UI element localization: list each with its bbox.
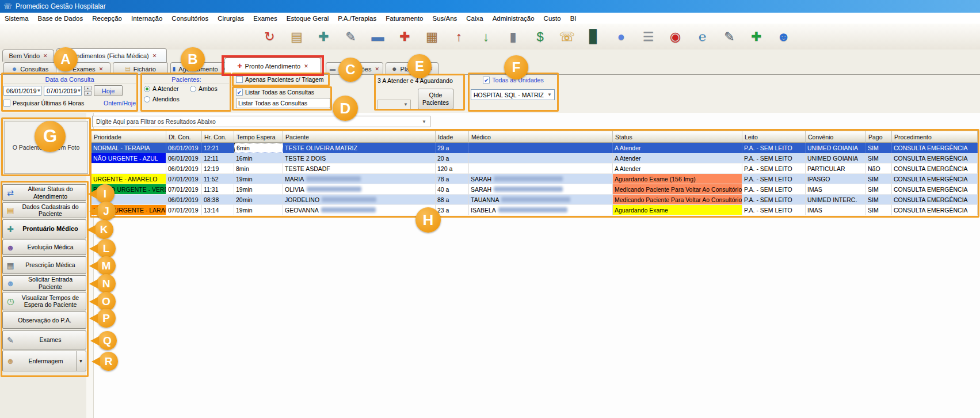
ambulance-icon[interactable]: ✚ (395, 29, 414, 44)
sidebar-button-dados-cadastrais-do-paciente[interactable]: ▤Dados Cadastrais do Paciente (2, 202, 86, 218)
sidebar-button-prontu-rio-m-dico[interactable]: ✚Prontuário Médico (2, 219, 86, 238)
sidebar-button-visualizar-tempos-de-espera-do-paciente[interactable]: ◷Visualizar Tempos de Espera do Paciente (2, 292, 86, 310)
revenue-up-icon[interactable]: ↑ (449, 29, 468, 44)
phone-book-icon[interactable]: ☏ (558, 29, 577, 44)
column-header-procedimento[interactable]: Procedimento (892, 131, 978, 143)
sidebar-button-prescri-o-m-dica[interactable]: ▦Prescrição Médica (2, 256, 86, 274)
menu-item-recep-o[interactable]: Recepção (87, 14, 127, 23)
grid-filter-combo[interactable]: Digite Aqui para Filtrar os Resultados A… (92, 116, 430, 127)
spinner-down-button[interactable]: ▼ (84, 91, 91, 96)
cell-medico: TAUANNA (469, 195, 613, 205)
spinner-up-button[interactable]: ▲ (84, 86, 91, 90)
patient-records-icon[interactable]: ▤ (287, 29, 306, 44)
radio-ambos[interactable] (190, 86, 196, 92)
column-header-status[interactable]: Status (613, 131, 742, 143)
invoice-icon[interactable]: ☰ (639, 29, 658, 44)
ontem-hoje-link[interactable]: Ontem/Hoje (104, 100, 136, 107)
refresh-attendance-icon[interactable]: ↻ (260, 29, 279, 44)
table-row[interactable]: NÃO URGENTE - AZUL06/01/201912:1116minTE… (91, 153, 978, 164)
exam-request-icon[interactable]: ✎ (720, 29, 739, 44)
listar-consultas-checkbox[interactable]: ✔ (236, 89, 243, 96)
menu-item-bi[interactable]: BI (566, 14, 581, 23)
menu-item-interna-o[interactable]: Internação (127, 14, 167, 23)
menu-item-sistema[interactable]: Sistema (0, 14, 33, 23)
radio-option-a-atender[interactable]: A Atender (144, 85, 190, 92)
ledger-icon[interactable]: ▊ (585, 29, 604, 44)
date-to-input[interactable]: 07/01/2019 ▼ (44, 86, 82, 96)
table-row[interactable]: MUITO URGENTE - LARANJA07/01/201913:1419… (91, 205, 978, 215)
close-icon[interactable]: ✕ (152, 53, 157, 59)
triagem-checkbox[interactable] (236, 76, 243, 83)
power-icon[interactable]: ◉ (666, 29, 685, 44)
health-record-icon[interactable]: ✚ (747, 29, 766, 44)
subtab-consultas[interactable]: ☻Consultas (3, 62, 56, 75)
cell-text: SIM (868, 196, 879, 203)
sidebar-button-alterar-status-do-atendimento[interactable]: ⇄Alterar Status do Atendimento (2, 184, 86, 201)
menu-item-cirurgias[interactable]: Cirurgias (213, 14, 249, 23)
sidebar-button-enfermagem[interactable]: ☻Enfermagem▼ (2, 351, 86, 371)
pesquisar-ultimas-checkbox[interactable] (3, 100, 10, 107)
menu-item-sus-ans[interactable]: Sus/Ans (428, 14, 462, 23)
close-icon[interactable]: ✕ (375, 66, 379, 72)
table-row[interactable]: URGENTE - AMARELO07/01/201911:5219minMAR… (91, 174, 978, 184)
sidebar-button-observa-o-do-p-a[interactable]: Observação do P.A. (2, 311, 86, 329)
menu-item-administra-o[interactable]: Administração (488, 14, 539, 23)
dropdown-arrow-icon[interactable]: ▼ (77, 351, 85, 371)
safe-icon[interactable]: ▮ (504, 29, 523, 44)
stock-boxes-icon[interactable]: ▦ (422, 29, 441, 44)
table-row[interactable]: 06/01/201912:198minTESTE ASDADF120 aA At… (91, 164, 978, 174)
column-header-m-dico[interactable]: Médico (469, 131, 613, 143)
qtde-combo[interactable]: ▼ (377, 100, 411, 109)
menu-item-faturamento[interactable]: Faturamento (381, 14, 428, 23)
column-header-dt-con[interactable]: Dt. Con. (166, 131, 202, 143)
radio-a-atender[interactable] (144, 86, 150, 92)
billing-calculator-icon[interactable]: $ (531, 29, 550, 44)
menu-item-estoque-geral[interactable]: Estoque Geral (282, 14, 334, 23)
column-header-tempo-espera[interactable]: Tempo Espera (234, 131, 283, 143)
listar-consultas-button[interactable]: Listar Todas as Consultas (236, 98, 330, 108)
doctor-icon[interactable]: ✚ (314, 29, 333, 44)
menu-item-p-a-terapias[interactable]: P.A./Terapias (333, 14, 381, 23)
unidade-select[interactable]: HOSPITAL SQL - MATRIZ ▼ (471, 89, 555, 100)
medical-form-icon[interactable]: ✎ (341, 29, 360, 44)
hospital-bed-icon[interactable]: ▬ (368, 29, 387, 44)
cell-pago: NãO (866, 164, 892, 174)
menu-item-exames[interactable]: Exames (249, 14, 282, 23)
close-icon[interactable]: ✕ (99, 66, 104, 72)
qtde-pacientes-button[interactable]: Qtde Pacientes (418, 89, 453, 109)
todas-unidades-checkbox[interactable]: ✔ (483, 77, 490, 83)
hoje-button[interactable]: Hoje (94, 85, 123, 96)
column-header-idade[interactable]: Idade (436, 131, 469, 143)
subtab-pronto-atendimento[interactable]: ✚Pronto Atendimento✕ (224, 58, 321, 74)
e-invoice-icon[interactable]: ℮ (693, 29, 712, 44)
column-header-pago[interactable]: Pago (866, 131, 892, 143)
sidebar-button-exames[interactable]: ✎Exames (2, 330, 86, 349)
radio-option-atendidos[interactable]: Atendidos (144, 96, 201, 102)
column-header-leito[interactable]: Leito (742, 131, 806, 143)
column-header-prioridade[interactable]: Prioridade (91, 131, 166, 143)
menu-item-custo[interactable]: Custo (539, 14, 566, 23)
table-row[interactable]: NORMAL - TERAPIA06/01/201912:216minTESTE… (91, 143, 978, 153)
radio-option-ambos[interactable]: Ambos (190, 85, 224, 92)
menu-item-consult-rios[interactable]: Consultórios (167, 14, 213, 23)
radio-atendidos[interactable] (144, 96, 150, 102)
column-header-conv-nio[interactable]: Convênio (806, 131, 866, 143)
table-row[interactable]: 06/01/201908:3820minJORDELINO88 aTAUANNA… (91, 195, 978, 205)
subtab-fich-rio[interactable]: ▤Fichário (113, 62, 168, 75)
menu-item-base-de-dados[interactable]: Base de Dados (33, 14, 88, 23)
sidebar-button-solicitar-entrada-paciente[interactable]: ☻Solicitar Entrada Paciente (2, 275, 86, 291)
chat-icon[interactable]: ● (612, 29, 631, 44)
cell-text: IPASGO (807, 176, 830, 183)
cell-convenio: IMAS (806, 184, 866, 195)
close-icon[interactable]: ✕ (43, 53, 48, 59)
tab-bem-vindo[interactable]: Bem Vindo✕ (2, 50, 54, 62)
revenue-down-icon[interactable]: ↓ (476, 29, 495, 44)
column-header-paciente[interactable]: Paciente (283, 131, 436, 143)
menu-item-caixa[interactable]: Caixa (462, 14, 487, 23)
contacts-icon[interactable]: ☻ (774, 29, 793, 44)
sidebar-button-evolu-o-m-dica[interactable]: ☻Evolução Médica (2, 240, 86, 255)
date-from-input[interactable]: 06/01/2019 ▼ (3, 86, 41, 96)
column-header-hr-con[interactable]: Hr. Con. (202, 131, 234, 143)
close-icon[interactable]: ✕ (304, 63, 308, 69)
table-row[interactable]: POUCO URGENTE - VERDE07/01/201911:3119mi… (91, 184, 978, 195)
